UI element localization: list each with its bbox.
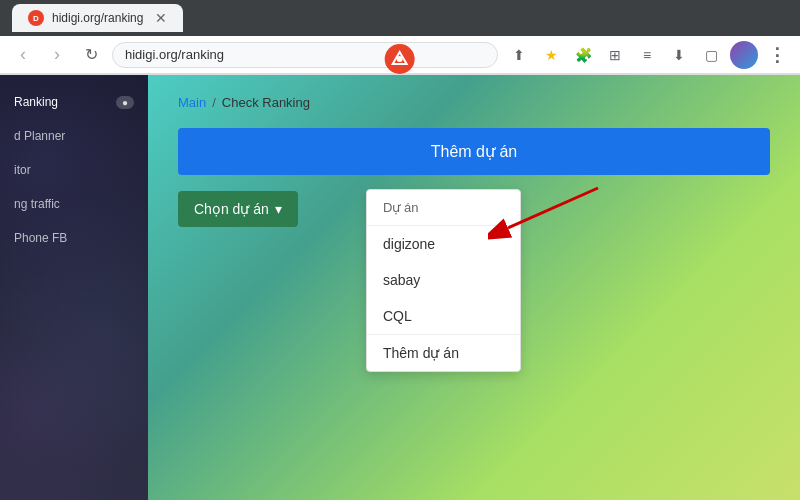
dropdown-add-project[interactable]: Thêm dự án xyxy=(367,335,520,371)
sidebar-item-itor[interactable]: itor xyxy=(0,153,148,187)
puzzle-icon[interactable]: ⊞ xyxy=(602,42,628,68)
more-icon[interactable]: ⋮ xyxy=(764,42,790,68)
add-project-button[interactable]: Thêm dự án xyxy=(178,128,770,175)
browser-chrome: D hidigi.org/ranking ✕ ‹ › ↻ hidigi.org/… xyxy=(0,0,800,75)
sidebar-badge-ranking: ● xyxy=(116,96,134,109)
title-bar: D hidigi.org/ranking ✕ xyxy=(0,0,800,36)
sidebar-item-phonefb-label: Phone FB xyxy=(14,231,67,245)
sidebar-item-traffic[interactable]: ng traffic xyxy=(0,187,148,221)
address-text: hidigi.org/ranking xyxy=(125,47,224,62)
dropdown-header: Dự án xyxy=(367,190,520,226)
breadcrumb-separator: / xyxy=(212,95,216,110)
window-icon[interactable]: ▢ xyxy=(698,42,724,68)
share-icon[interactable]: ⬆ xyxy=(506,42,532,68)
dropdown-item-digizone[interactable]: digizone xyxy=(367,226,520,262)
tab-close-icon[interactable]: ✕ xyxy=(155,10,167,26)
breadcrumb-current: Check Ranking xyxy=(222,95,310,110)
back-button[interactable]: ‹ xyxy=(10,42,36,68)
profile-icon[interactable] xyxy=(730,41,758,69)
dropdown-item-digizone-label: digizone xyxy=(383,236,435,252)
sidebar-item-ranking-label: Ranking xyxy=(14,95,58,109)
dropdown-menu: Dự án digizone sabay CQL Thêm dự án xyxy=(366,189,521,372)
forward-button[interactable]: › xyxy=(44,42,70,68)
browser-tab[interactable]: D hidigi.org/ranking ✕ xyxy=(12,4,183,32)
sidebar-item-ranking[interactable]: Ranking ● xyxy=(0,85,148,119)
sidebar-item-planner[interactable]: d Planner xyxy=(0,119,148,153)
nav-icons-group: ⬆ ★ 🧩 ⊞ ≡ ⬇ ▢ ⋮ xyxy=(506,41,790,69)
extensions-icon[interactable]: 🧩 xyxy=(570,42,596,68)
main-layout: Ranking ● d Planner itor ng traffic Phon… xyxy=(0,75,800,500)
address-bar[interactable]: hidigi.org/ranking xyxy=(112,42,498,68)
nav-bar: ‹ › ↻ hidigi.org/ranking Digizone học mỗ… xyxy=(0,36,800,74)
back-icon: ‹ xyxy=(20,44,26,65)
forward-icon: › xyxy=(54,44,60,65)
menu-icon[interactable]: ≡ xyxy=(634,42,660,68)
tab-favicon: D xyxy=(28,10,44,26)
breadcrumb: Main / Check Ranking xyxy=(178,95,770,110)
download-icon[interactable]: ⬇ xyxy=(666,42,692,68)
sidebar-item-itor-label: itor xyxy=(14,163,31,177)
digizone-circle xyxy=(385,44,415,74)
sidebar-item-traffic-label: ng traffic xyxy=(14,197,60,211)
refresh-button[interactable]: ↻ xyxy=(78,42,104,68)
dropdown-item-sabay-label: sabay xyxy=(383,272,420,288)
content-area: Main / Check Ranking Thêm dự án Chọn dự … xyxy=(148,75,800,500)
refresh-icon: ↻ xyxy=(85,45,98,64)
sidebar-item-planner-label: d Planner xyxy=(14,129,65,143)
select-project-button[interactable]: Chọn dự án ▾ xyxy=(178,191,298,227)
tab-label: hidigi.org/ranking xyxy=(52,11,143,25)
bookmark-icon[interactable]: ★ xyxy=(538,42,564,68)
select-project-label: Chọn dự án xyxy=(194,201,269,217)
sidebar: Ranking ● d Planner itor ng traffic Phon… xyxy=(0,75,148,500)
breadcrumb-home-link[interactable]: Main xyxy=(178,95,206,110)
dropdown-item-cql-label: CQL xyxy=(383,308,412,324)
svg-point-1 xyxy=(397,56,403,62)
dropdown-item-cql[interactable]: CQL xyxy=(367,298,520,334)
select-caret-icon: ▾ xyxy=(275,201,282,217)
dropdown-item-sabay[interactable]: sabay xyxy=(367,262,520,298)
sidebar-item-phonefb[interactable]: Phone FB xyxy=(0,221,148,255)
